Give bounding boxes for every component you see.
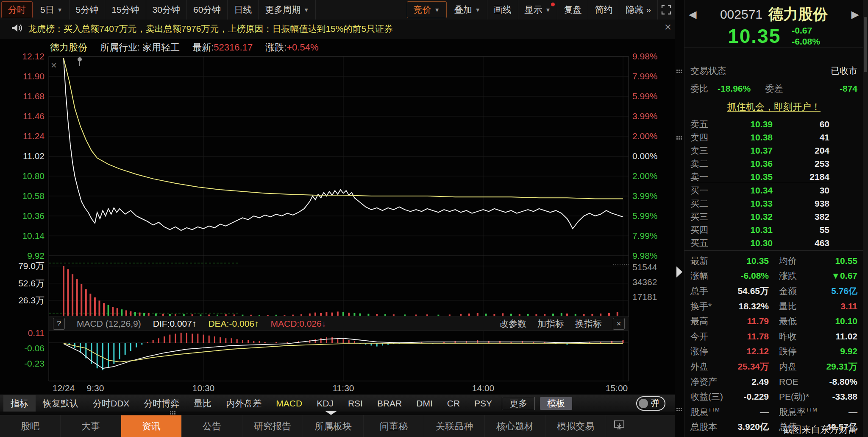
stat-label: 最低 (779, 315, 823, 327)
nav-item-关联品种[interactable]: 关联品种 (424, 415, 485, 437)
indicator-tab-恢复默认[interactable]: 恢复默认 (36, 395, 86, 412)
toolbar-button-label: 日线 (234, 4, 252, 16)
stat-label: 最新 (690, 255, 734, 267)
toolbar-button-画线[interactable]: 画线 (487, 0, 518, 20)
toolbar-button-复盘[interactable]: 复盘 (557, 0, 588, 20)
speaker-icon (11, 23, 22, 34)
indicator-tab-MACD[interactable]: MACD (269, 395, 309, 412)
period-toolbar: 分时5日▼5分钟15分钟30分钟60分钟日线更多周期▼竞价▼叠加▼画线显示▼复盘… (0, 0, 675, 20)
toolbar-button-5日[interactable]: 5日▼ (34, 0, 70, 20)
indicator-tab-RSI[interactable]: RSI (341, 395, 370, 412)
nav-item-大事[interactable]: 大事 (61, 415, 121, 437)
toolbar-button-label: 30分钟 (153, 4, 180, 16)
toolbar-button-叠加[interactable]: 叠加▼ (448, 0, 487, 20)
stats-row: 换手*18.32%量比3.11 (684, 299, 863, 314)
macd-value: MACD:0.026↓ (271, 319, 326, 329)
toolbar-spacer (316, 0, 406, 20)
svg-text:79.0万: 79.0万 (18, 261, 45, 271)
sell-queue-row[interactable]: 卖三10.37204 (684, 144, 863, 157)
banner-text[interactable]: 龙虎榜：买入总额7407万元，卖出总额7976万元，上榜原因：日振幅值达到15%… (28, 23, 393, 35)
fullscreen-expand-icon[interactable] (658, 0, 675, 20)
dea-value: DEA:-0.006↑ (208, 319, 259, 329)
queue-price: 10.36 (718, 159, 773, 169)
indicator-tab-DMI[interactable]: DMI (409, 395, 440, 412)
buy-queue-row[interactable]: 买一10.3430 (684, 184, 863, 197)
panel-divider[interactable] (675, 0, 684, 437)
toolbar-button-分时[interactable]: 分时 (1, 1, 33, 18)
buy-queue-row[interactable]: 买二10.33938 (684, 197, 863, 210)
nav-item-模拟交易[interactable]: 模拟交易 (545, 415, 606, 437)
toolbar-button-60分钟[interactable]: 60分钟 (187, 0, 228, 20)
queue-divider (690, 183, 830, 183)
toolbar-button-更多周期[interactable]: 更多周期▼ (259, 0, 316, 20)
toolbar-button-显示[interactable]: 显示▼ (518, 0, 558, 20)
toolbar-button-15分钟[interactable]: 15分钟 (105, 0, 146, 20)
help-icon[interactable]: ? (53, 318, 65, 330)
nav-item-核心题材[interactable]: 核心题材 (485, 415, 545, 437)
sell-queue-row[interactable]: 卖五10.3960 (684, 118, 863, 131)
collapse-panel-arrow-icon[interactable] (676, 266, 682, 277)
buy-queue-row[interactable]: 买四10.3155 (684, 223, 863, 236)
prev-stock-arrow-icon[interactable]: ◀ (689, 8, 696, 20)
indicator-tab-KDJ[interactable]: KDJ (309, 395, 341, 412)
toolbar-button-简约[interactable]: 简约 (588, 0, 619, 20)
drag-handle-icon[interactable] (676, 136, 683, 140)
open-account-link[interactable]: 抓住机会，即刻开户！ (684, 101, 863, 113)
nav-item-研究报告[interactable]: 研究报告 (242, 415, 303, 437)
indicator-tab-量比[interactable]: 量比 (186, 395, 219, 412)
toolbar-button-5分钟[interactable]: 5分钟 (70, 0, 106, 20)
stat-label: 内盘 (779, 361, 823, 373)
indicator-tab-内外盘差[interactable]: 内外盘差 (219, 395, 269, 412)
nav-item-资讯[interactable]: 资讯 (121, 415, 182, 437)
queue-volume: 2184 (773, 172, 829, 182)
toolbar-button-竞价[interactable]: 竞价▼ (407, 1, 447, 18)
toolbar-button-隐藏 »[interactable]: 隐藏 » (619, 0, 658, 20)
banner-close-icon[interactable]: × (665, 20, 671, 34)
nav-item-问董秘[interactable]: 问董秘 (364, 415, 424, 437)
drag-handle-icon[interactable] (676, 69, 683, 74)
svg-text:11.46: 11.46 (23, 111, 45, 121)
weibi-label: 委比 (690, 83, 708, 95)
stat-label: 最高 (690, 315, 734, 327)
sell-queue-row[interactable]: 卖四10.3841 (684, 131, 863, 144)
sell-queue-row[interactable]: 卖一10.352184 (684, 170, 863, 183)
switch-indicator-button[interactable]: 换指标 (575, 318, 602, 330)
popout-window-icon[interactable] (613, 420, 626, 433)
indicator-tab-CR[interactable]: CR (440, 395, 467, 412)
indicator-tab-BRAR[interactable]: BRAR (370, 395, 409, 412)
sell-queue-row[interactable]: 卖二10.36253 (684, 157, 863, 170)
change-params-button[interactable]: 改参数 (500, 318, 526, 330)
indicator-tab-PSY[interactable]: PSY (467, 395, 499, 412)
popup-toggle[interactable]: 弹 (636, 396, 665, 411)
pin-icon[interactable] (78, 57, 82, 66)
toolbar-button-30分钟[interactable]: 30分钟 (146, 0, 187, 20)
next-stock-arrow-icon[interactable]: ▶ (851, 8, 859, 20)
queue-volume: 55 (773, 225, 829, 235)
scrollbar-thumb[interactable] (864, 17, 867, 72)
buy-queue: 买一10.3430买二10.33938买三10.32382买四10.3155买五… (684, 184, 863, 249)
queue-volume: 60 (773, 119, 829, 129)
chart-industry[interactable]: 所属行业: 家用轻工 (100, 41, 180, 54)
volume-bars: 79.0万52.6万26.3万515443436217181 (18, 261, 657, 316)
queue-level-label: 卖一 (690, 171, 718, 183)
stat-value: 10.35 (734, 256, 769, 266)
toolbar-button-label: 画线 (494, 4, 512, 16)
right-scrollbar[interactable] (863, 0, 868, 437)
toolbar-button-日线[interactable]: 日线 (228, 0, 259, 20)
stat-label: 收益(三) (690, 391, 734, 403)
buy-queue-row[interactable]: 买三10.32382 (684, 210, 863, 223)
macd-close-icon[interactable]: × (613, 318, 625, 330)
buy-queue-row[interactable]: 买五10.30463 (684, 236, 863, 249)
indicator-tab-更多[interactable]: 更多 (502, 397, 535, 410)
drag-handle-icon[interactable] (676, 407, 683, 412)
add-indicator-button[interactable]: 加指标 (537, 318, 564, 330)
indicator-tab-模板[interactable]: 模板 (540, 397, 572, 410)
nav-item-公告[interactable]: 公告 (182, 415, 242, 437)
nav-item-股吧[interactable]: 股吧 (0, 415, 61, 437)
stats-row: 今开11.78昨收11.02 (684, 329, 863, 344)
nav-item-所属板块[interactable]: 所属板块 (303, 415, 364, 437)
indicator-tab-分时博弈[interactable]: 分时博弈 (136, 395, 186, 412)
indicator-tab-分时DDX[interactable]: 分时DDX (86, 395, 136, 412)
indicator-tab-指标[interactable]: 指标 (3, 395, 36, 412)
drag-handle-icon[interactable] (170, 411, 176, 415)
